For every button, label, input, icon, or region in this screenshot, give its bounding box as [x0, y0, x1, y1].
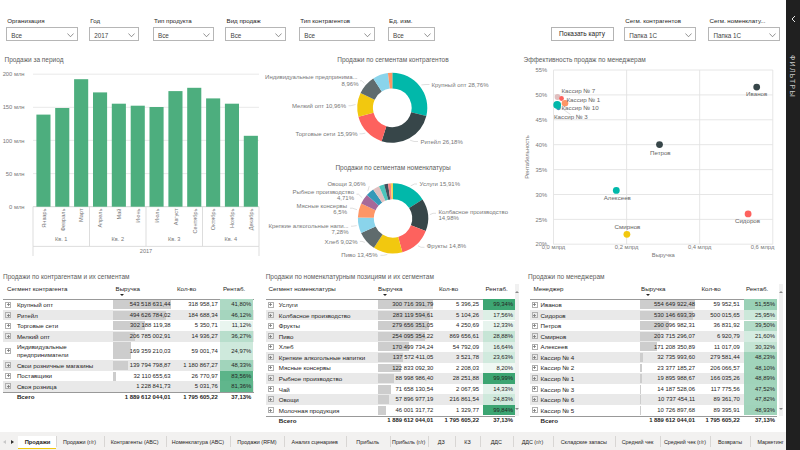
svg-text:Торговые сети 15,99%: Торговые сети 15,99%: [295, 131, 358, 137]
svg-text:0 млн: 0 млн: [9, 204, 24, 210]
svg-text:Алексеев: Алексеев: [604, 194, 632, 201]
svg-text:40%: 40%: [536, 142, 548, 148]
svg-text:Крупный опт 28,76%: Крупный опт 28,76%: [432, 82, 490, 88]
svg-text:Сентябрь: Сентябрь: [192, 208, 198, 233]
svg-text:0,4 млрд: 0,4 млрд: [688, 244, 712, 250]
svg-text:55%: 55%: [536, 67, 548, 73]
svg-text:50 млн: 50 млн: [6, 171, 25, 177]
svg-text:4,71%: 4,71%: [337, 195, 355, 201]
svg-text:Индивидуальные предпринима...: Индивидуальные предпринима...: [265, 74, 358, 80]
svg-text:Кв. 3: Кв. 3: [168, 236, 180, 242]
svg-text:Хлеб 9,02%: Хлеб 9,02%: [325, 239, 359, 245]
svg-text:Январь: Январь: [41, 208, 47, 227]
svg-text:2017: 2017: [140, 248, 152, 254]
svg-text:35%: 35%: [536, 167, 548, 173]
svg-text:Услуги 15,91%: Услуги 15,91%: [420, 181, 461, 187]
svg-text:6,5%: 6,5%: [333, 209, 347, 215]
svg-text:200 млн: 200 млн: [3, 71, 25, 77]
svg-text:Колбасное производство: Колбасное производство: [439, 209, 509, 215]
svg-text:25%: 25%: [536, 217, 548, 223]
svg-text:Кассир № 7: Кассир № 7: [562, 87, 596, 94]
svg-text:50%: 50%: [536, 92, 548, 98]
svg-text:30%: 30%: [536, 192, 548, 198]
svg-text:150 млн: 150 млн: [3, 104, 25, 110]
svg-text:45%: 45%: [536, 117, 548, 123]
svg-text:Июнь: Июнь: [135, 208, 141, 222]
svg-text:Смирнов: Смирнов: [615, 223, 641, 230]
svg-text:Декабрь: Декабрь: [248, 208, 254, 230]
svg-text:Кв. 4: Кв. 4: [225, 236, 237, 242]
svg-text:Ноябрь: Ноябрь: [229, 208, 235, 227]
svg-text:0,2 млрд: 0,2 млрд: [615, 244, 639, 250]
svg-text:Май: Май: [116, 209, 122, 220]
svg-text:Сидоров: Сидоров: [735, 217, 761, 224]
svg-text:Кв. 2: Кв. 2: [112, 236, 124, 242]
svg-text:Июль: Июль: [154, 208, 160, 222]
svg-text:7,28%: 7,28%: [331, 229, 349, 235]
svg-text:Октябрь: Октябрь: [210, 208, 216, 230]
svg-text:Иванов: Иванов: [746, 90, 768, 97]
svg-text:Фрукты 14,8%: Фрукты 14,8%: [427, 243, 467, 249]
svg-text:8,96%: 8,96%: [341, 81, 359, 87]
svg-text:Август: Август: [173, 208, 179, 225]
svg-text:Кассир № 10: Кассир № 10: [562, 104, 600, 111]
svg-text:Март: Март: [78, 208, 84, 222]
svg-text:Кассир № 1: Кассир № 1: [567, 96, 601, 103]
svg-text:Ритейл 26,18%: Ритейл 26,18%: [421, 139, 464, 145]
svg-text:Рентабельность: Рентабельность: [524, 135, 530, 179]
svg-text:Петров: Петров: [650, 149, 671, 156]
svg-text:100 млн: 100 млн: [3, 138, 25, 144]
svg-text:Выручка: Выручка: [652, 252, 676, 258]
svg-text:Кв. 1: Кв. 1: [55, 236, 67, 242]
svg-text:Овощи 3,06%: Овощи 3,06%: [327, 181, 366, 187]
svg-text:Мелкий опт 10,96%: Мелкий опт 10,96%: [292, 103, 347, 109]
svg-text:0,0 млрд: 0,0 млрд: [542, 244, 566, 250]
svg-text:Пиво 13,45%: Пиво 13,45%: [341, 252, 378, 258]
svg-text:14,98%: 14,98%: [439, 215, 460, 221]
svg-text:0,6 млрд: 0,6 млрд: [751, 244, 775, 250]
svg-text:Кассир № 3: Кассир № 3: [554, 113, 588, 120]
svg-text:Февраль: Февраль: [60, 208, 66, 231]
svg-text:Апрель: Апрель: [97, 208, 103, 227]
